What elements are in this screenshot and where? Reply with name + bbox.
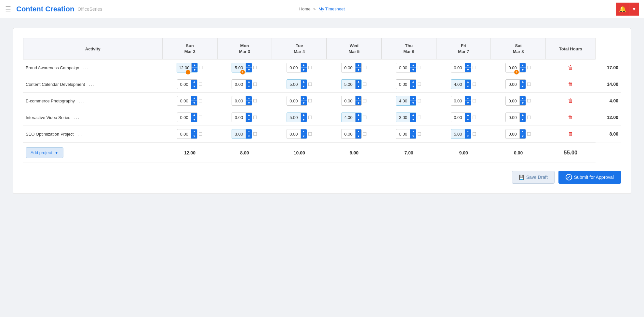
comment-icon[interactable]: ☐ [308,98,312,103]
hour-value[interactable]: 0.00 [506,97,519,105]
comment-icon[interactable]: ☐ [308,131,312,137]
spinner-up-button[interactable]: ▲ [191,113,197,117]
comment-icon[interactable]: ☐ [527,115,531,120]
spinner-up-button[interactable]: ▲ [465,80,471,84]
add-project-button[interactable]: Add project ▼ [26,147,63,158]
spinner-down-button[interactable]: ▼ [246,117,252,122]
spinner-down-button[interactable]: ▼ [191,101,197,105]
spinner-down-button[interactable]: ▼ [246,68,252,72]
comment-icon[interactable]: ☐ [308,115,312,120]
spinner-up-button[interactable]: ▲ [410,129,416,134]
spinner-up-button[interactable]: ▲ [246,63,252,68]
spinner-down-button[interactable]: ▼ [520,117,526,122]
delete-button[interactable]: 🗑 [566,81,575,88]
hour-value[interactable]: 0.00 [396,130,410,138]
comment-icon[interactable]: ☐ [417,98,422,103]
comment-icon[interactable]: ☐ [253,98,257,103]
spinner-down-button[interactable]: ▼ [301,68,307,72]
submit-button[interactable]: ✓ Submit for Approval [558,171,621,184]
spinner-down-button[interactable]: ▼ [191,84,197,89]
spinner-down-button[interactable]: ▼ [246,134,252,139]
hour-value[interactable]: 0.00 [451,114,465,121]
comment-icon[interactable]: ☐ [308,65,312,70]
spinner-up-button[interactable]: ▲ [192,63,197,68]
comment-icon[interactable]: ☐ [417,131,422,137]
spinner-down-button[interactable]: ▼ [520,134,526,139]
spinner-up-button[interactable]: ▲ [356,113,361,117]
hour-value[interactable]: 5.00 [451,130,465,138]
comment-icon[interactable]: ☐ [472,65,476,70]
spinner-up-button[interactable]: ▲ [520,113,526,117]
hour-value[interactable]: 0.00 [396,81,410,88]
comment-icon[interactable]: ☐ [253,65,257,70]
hour-value[interactable]: 0.00 [396,64,410,72]
comment-icon[interactable]: ☐ [363,82,367,87]
hour-value[interactable]: 0.00 [177,81,191,88]
comment-icon[interactable]: ☐ [199,65,203,70]
comment-icon[interactable]: ☐ [363,115,367,120]
comment-icon[interactable]: ☐ [472,82,476,87]
hour-value[interactable]: 0.00 [342,64,355,72]
hour-value[interactable]: 0.00 [287,97,301,105]
comment-icon[interactable]: ☐ [253,115,257,120]
spinner-down-button[interactable]: ▼ [191,134,197,139]
bell-button[interactable]: 🔔 [616,3,629,16]
spinner-down-button[interactable]: ▼ [301,134,307,139]
spinner-up-button[interactable]: ▲ [246,129,252,134]
spinner-down-button[interactable]: ▼ [356,68,361,72]
spinner-down-button[interactable]: ▼ [410,134,416,139]
spinner-up-button[interactable]: ▲ [520,129,526,134]
hour-value[interactable]: 0.00 [506,114,519,121]
hour-value[interactable]: 5.00 [287,81,301,88]
spinner-up-button[interactable]: ▲ [191,96,197,101]
spinner-up-button[interactable]: ▲ [191,129,197,134]
hour-value[interactable]: 4.00 [342,114,355,121]
comment-icon[interactable]: ☐ [527,82,531,87]
spinner-down-button[interactable]: ▼ [465,68,471,72]
comment-icon[interactable]: ☐ [472,131,476,137]
delete-button[interactable]: 🗑 [566,64,575,71]
spinner-up-button[interactable]: ▲ [465,129,471,134]
spinner-down-button[interactable]: ▼ [465,134,471,139]
spinner-up-button[interactable]: ▲ [465,63,471,68]
spinner-down-button[interactable]: ▼ [410,68,416,72]
spinner-down-button[interactable]: ▼ [520,101,526,105]
hour-value[interactable]: 0.00 [177,97,191,105]
spinner-up-button[interactable]: ▲ [246,96,252,101]
hour-value[interactable]: 0.00 [177,114,191,121]
hour-value[interactable]: 0.00 [287,130,301,138]
spinner-down-button[interactable]: ▼ [520,84,526,89]
spinner-up-button[interactable]: ▲ [410,80,416,84]
spinner-up-button[interactable]: ▲ [301,129,307,134]
spinner-up-button[interactable]: ▲ [520,96,526,101]
comment-icon[interactable]: ☐ [198,98,203,103]
hour-value[interactable]: 3.00 [396,114,410,121]
spinner-down-button[interactable]: ▼ [246,84,252,89]
breadcrumb-current[interactable]: My Timesheet [318,7,345,11]
spinner-up-button[interactable]: ▲ [465,113,471,117]
delete-button[interactable]: 🗑 [566,130,575,138]
more-options-button[interactable]: ... [89,82,95,87]
spinner-down-button[interactable]: ▼ [410,84,416,89]
breadcrumb-home[interactable]: Home [299,7,311,11]
spinner-down-button[interactable]: ▼ [301,84,307,89]
hour-value[interactable]: 5.00 [287,114,301,121]
spinner-up-button[interactable]: ▲ [520,80,526,84]
spinner-up-button[interactable]: ▲ [356,129,361,134]
comment-icon[interactable]: ☐ [363,98,367,103]
hour-value[interactable]: 0.00 [342,97,355,105]
delete-button[interactable]: 🗑 [566,114,575,121]
spinner-up-button[interactable]: ▲ [356,96,361,101]
spinner-down-button[interactable]: ▼ [410,101,416,105]
spinner-up-button[interactable]: ▲ [301,113,307,117]
spinner-down-button[interactable]: ▼ [191,117,197,122]
hour-value[interactable]: 0.00 [451,64,465,72]
hour-value[interactable]: 0.00 [342,130,355,138]
user-dropdown-button[interactable]: ▼ [629,3,639,16]
comment-icon[interactable]: ☐ [198,115,203,120]
hour-value[interactable]: 0.00 [232,97,246,105]
spinner-up-button[interactable]: ▲ [465,96,471,101]
hour-value[interactable]: 0.00 [506,81,519,88]
more-options-button[interactable]: ... [74,115,80,120]
spinner-up-button[interactable]: ▲ [520,63,526,68]
